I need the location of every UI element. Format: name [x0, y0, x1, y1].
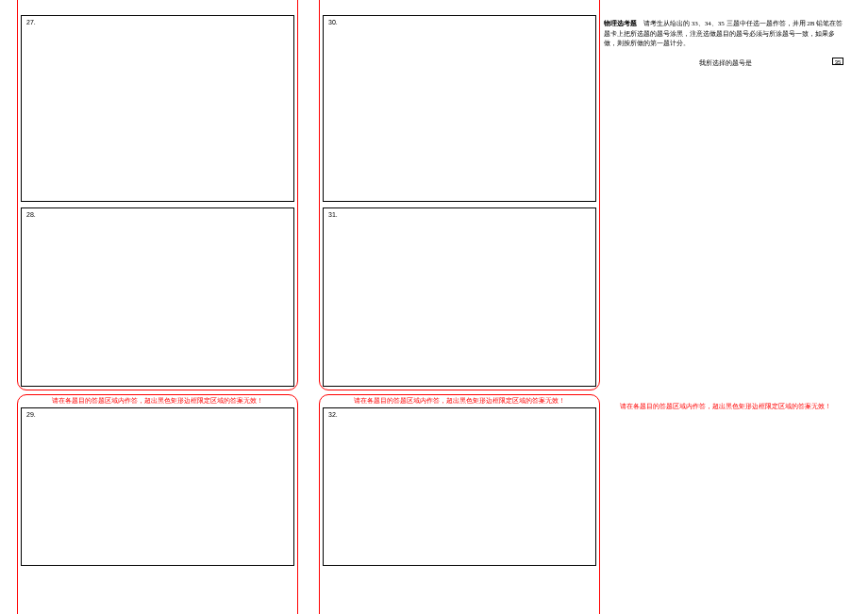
question-number-29: 29. [26, 411, 36, 418]
question-number-27: 27. [26, 19, 36, 25]
warning-strip-col3: 请在各题目的答题区域内作答，超出黑色矩形边框限定区域的答案无效！ [604, 400, 847, 409]
warning-text-col3: 请在各题目的答题区域内作答，超出黑色矩形边框限定区域的答案无效！ [604, 402, 847, 411]
warning-strip-col2: 请在各题目的答题区域内作答，超出黑色矩形边框限定区域的答案无效！ [319, 394, 600, 406]
question-number-31: 31. [328, 211, 338, 218]
warning-text-col2: 请在各题目的答题区域内作答，超出黑色矩形边框限定区域的答案无效！ [319, 396, 600, 406]
question-number-30: 30. [328, 19, 338, 25]
question-box-32: 32. [323, 407, 596, 566]
question-box-29: 29. [21, 407, 294, 566]
choose-label: 我所选择的题号是 [604, 58, 847, 68]
question-number-28: 28. [26, 211, 36, 218]
answer-sheet-page: 27. 28. 请在各题目的答题区域内作答，超出黑色矩形边框限定区域的答案无效！… [0, 0, 868, 614]
question-box-30: 30. [323, 15, 596, 202]
optional-instructions: 请考生从给出的 33、34、35 三题中任选一题作答，并用 2B 铅笔在答题卡上… [604, 20, 843, 47]
column-3: 物理选考题 请考生从给出的 33、34、35 三题中任选一题作答，并用 2B 铅… [604, 0, 847, 614]
warning-text-col1: 请在各题目的答题区域内作答，超出黑色矩形边框限定区域的答案无效！ [17, 396, 298, 406]
column-2: 30. 31. 请在各题目的答题区域内作答，超出黑色矩形边框限定区域的答案无效！… [323, 0, 596, 614]
choose-number-box[interactable]: 35 [832, 58, 843, 65]
question-box-28: 28. [21, 207, 294, 387]
warning-strip-col1: 请在各题目的答题区域内作答，超出黑色矩形边框限定区域的答案无效！ [17, 394, 298, 406]
question-box-31: 31. [323, 207, 596, 387]
optional-title: 物理选考题 [604, 20, 637, 27]
question-box-27: 27. [21, 15, 294, 202]
question-number-32: 32. [328, 411, 338, 418]
optional-section: 物理选考题 请考生从给出的 33、34、35 三题中任选一题作答，并用 2B 铅… [604, 19, 847, 49]
column-1: 27. 28. 请在各题目的答题区域内作答，超出黑色矩形边框限定区域的答案无效！… [21, 0, 294, 614]
